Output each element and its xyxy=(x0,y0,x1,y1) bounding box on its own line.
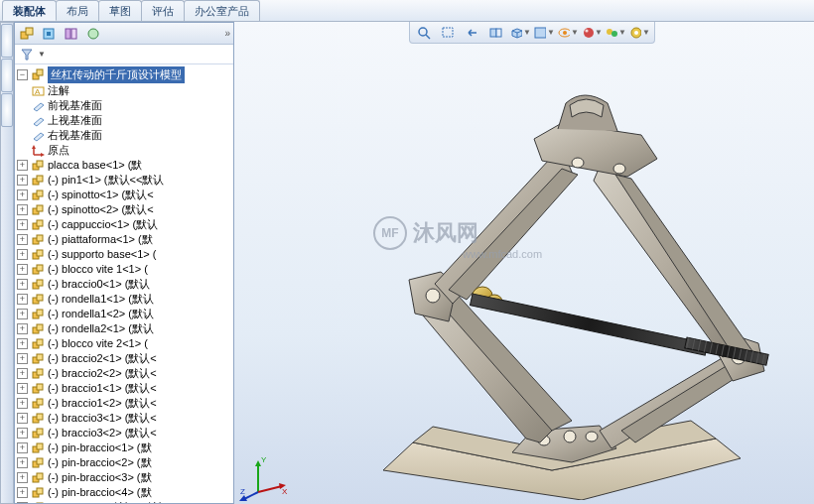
svg-rect-50 xyxy=(37,414,43,420)
expand-icon[interactable]: + xyxy=(17,472,28,483)
display-style-icon[interactable]: ▼ xyxy=(533,24,555,42)
funnel-icon[interactable] xyxy=(19,48,34,61)
tree-component[interactable]: +(-) pin-braccio<1> (默 xyxy=(17,441,233,455)
component-label: (-) pin1<1> (默认<<默认 xyxy=(48,173,164,188)
taskpane-tab-1[interactable] xyxy=(1,24,13,58)
tree-component[interactable]: +(-) braccio3<1> (默认< xyxy=(17,411,233,426)
tree-component[interactable]: +(-) rondella1<1> (默认 xyxy=(17,292,233,307)
expand-icon[interactable]: + xyxy=(17,398,28,409)
component-label: (-) spinotto<2> (默认< xyxy=(48,202,154,217)
expand-icon[interactable]: + xyxy=(17,249,28,260)
part-icon xyxy=(31,174,46,187)
filter-dropdown-arrow-icon[interactable]: ▼ xyxy=(38,50,46,59)
tree-node[interactable]: 前视基准面 xyxy=(17,98,233,113)
tree-node[interactable]: A注解 xyxy=(17,83,233,98)
part-icon xyxy=(31,189,46,201)
tree-root[interactable]: − 丝杠传动的千斤顶设计模型 xyxy=(17,66,233,83)
component-label: (-) rondella1<2> (默认 xyxy=(48,307,154,321)
graphics-viewport[interactable]: ▼ ▼ ▼ ▼ ▼ ▼ xyxy=(234,22,814,504)
tree-component[interactable]: +(-) pin1<1> (默认<<默认 xyxy=(17,173,233,188)
expand-icon[interactable]: + xyxy=(17,368,28,379)
tree-component[interactable]: +(-) pin-braccio<2> (默 xyxy=(17,455,233,470)
view-toolbar: ▼ ▼ ▼ ▼ ▼ ▼ xyxy=(409,22,655,44)
settings-icon[interactable]: ▼ xyxy=(628,24,650,42)
section-icon[interactable] xyxy=(485,24,507,42)
expand-icon[interactable]: + xyxy=(17,264,28,275)
display-icon[interactable] xyxy=(83,25,103,43)
expand-icon[interactable]: + xyxy=(17,219,28,230)
tree-node[interactable]: 原点 xyxy=(17,143,233,158)
expand-icon[interactable]: + xyxy=(17,442,28,453)
expand-icon[interactable]: + xyxy=(17,160,28,171)
expand-icon[interactable]: + xyxy=(17,204,28,215)
expand-icon[interactable]: + xyxy=(17,294,28,305)
svg-rect-24 xyxy=(37,220,43,226)
prev-view-icon[interactable] xyxy=(462,24,483,42)
expand-icon[interactable]: + xyxy=(17,175,28,186)
tree-component[interactable]: +(-) blocco vite 2<1> ( xyxy=(17,336,233,351)
tree-component[interactable]: +(-) cappuccio<1> (默认 xyxy=(17,217,233,232)
orientation-triad[interactable]: Y X Z xyxy=(238,452,288,502)
tree-component[interactable]: +(-) braccio1<1> (默认< xyxy=(17,381,233,396)
tree-component[interactable]: +(-) rondella1<2> (默认 xyxy=(17,307,233,321)
svg-point-81 xyxy=(564,431,576,442)
tree-component[interactable]: +(-) rondella2<1> (默认 xyxy=(17,321,233,336)
part-icon xyxy=(31,486,46,499)
tree-component[interactable]: +(-) spinotto<1> (默认< xyxy=(17,188,233,202)
tree-component[interactable]: +(-) piattaforma<1> (默 xyxy=(17,232,233,247)
scene-icon[interactable]: ▼ xyxy=(581,24,603,42)
tree-component[interactable]: +(-) braccio2<2> (默认< xyxy=(17,366,233,381)
expand-icon[interactable]: + xyxy=(17,428,28,439)
tree-component[interactable]: +(-) braccio3<2> (默认< xyxy=(17,426,233,441)
tab-assembly[interactable]: 装配体 xyxy=(2,0,57,21)
tab-layout[interactable]: 布局 xyxy=(56,0,99,21)
taskpane-tab-2[interactable] xyxy=(1,59,13,92)
tab-evaluate[interactable]: 评估 xyxy=(141,0,185,21)
expand-icon[interactable]: + xyxy=(17,353,28,364)
panel-menu-chevron-icon[interactable]: » xyxy=(224,28,230,39)
tree-component[interactable]: +(-) spinotto<2> (默认< xyxy=(17,202,233,217)
svg-rect-42 xyxy=(37,354,43,360)
tree-component[interactable]: +placca base<1> (默 xyxy=(17,158,233,173)
zoom-area-icon[interactable] xyxy=(438,24,460,42)
tree-component[interactable]: +(-) blocco vite 1<1> ( xyxy=(17,262,233,277)
expand-icon[interactable]: + xyxy=(17,413,28,424)
expand-icon[interactable]: + xyxy=(17,487,28,498)
expand-icon[interactable]: + xyxy=(17,189,28,200)
tab-office[interactable]: 办公室产品 xyxy=(184,0,260,21)
tab-label: 草图 xyxy=(109,5,131,17)
axis-y-label: Y xyxy=(261,455,267,464)
expand-icon[interactable]: + xyxy=(17,383,28,394)
hide-show-icon[interactable]: ▼ xyxy=(557,24,579,42)
svg-rect-4 xyxy=(66,29,70,39)
tree-node[interactable]: 右视基准面 xyxy=(17,128,233,143)
taskpane-tab-3[interactable] xyxy=(1,93,13,127)
feature-tree[interactable]: − 丝杠传动的千斤顶设计模型 A注解前视基准面上视基准面右视基准面原点 +pla… xyxy=(15,64,233,503)
expand-icon[interactable]: + xyxy=(17,502,28,503)
tree-component[interactable]: +(-) pin2<1> (默认<<默认 xyxy=(17,500,233,503)
expand-icon[interactable]: + xyxy=(17,323,28,334)
tree-component[interactable]: +(-) braccio1<2> (默认< xyxy=(17,396,233,411)
expand-icon[interactable]: + xyxy=(17,234,28,245)
zoom-fit-icon[interactable] xyxy=(414,24,436,42)
expand-icon[interactable]: + xyxy=(17,338,28,349)
tab-sketch[interactable]: 草图 xyxy=(98,0,142,21)
tree-component[interactable]: +(-) pin-braccio<4> (默 xyxy=(17,485,233,500)
configs-icon[interactable] xyxy=(40,25,60,43)
tree-component[interactable]: +(-) braccio2<1> (默认< xyxy=(17,351,233,366)
svg-line-64 xyxy=(426,35,430,39)
svg-rect-65 xyxy=(443,28,453,37)
expand-icon[interactable]: + xyxy=(17,279,28,290)
tree-node[interactable]: 上视基准面 xyxy=(17,113,233,128)
tree-component[interactable]: +(-) supporto base<1> ( xyxy=(17,247,233,262)
tree-component[interactable]: +(-) braccio0<1> (默认 xyxy=(17,277,233,292)
expand-icon[interactable]: + xyxy=(17,309,28,319)
properties-icon[interactable] xyxy=(62,25,81,43)
appearance-icon[interactable]: ▼ xyxy=(605,24,626,42)
node-label: 注解 xyxy=(48,83,69,98)
expand-icon[interactable]: + xyxy=(17,457,28,468)
tree-component[interactable]: +(-) pin-braccio<3> (默 xyxy=(17,470,233,485)
collapse-icon[interactable]: − xyxy=(17,69,28,80)
view-orient-icon[interactable]: ▼ xyxy=(509,24,531,42)
assembly-icon[interactable] xyxy=(18,25,38,43)
